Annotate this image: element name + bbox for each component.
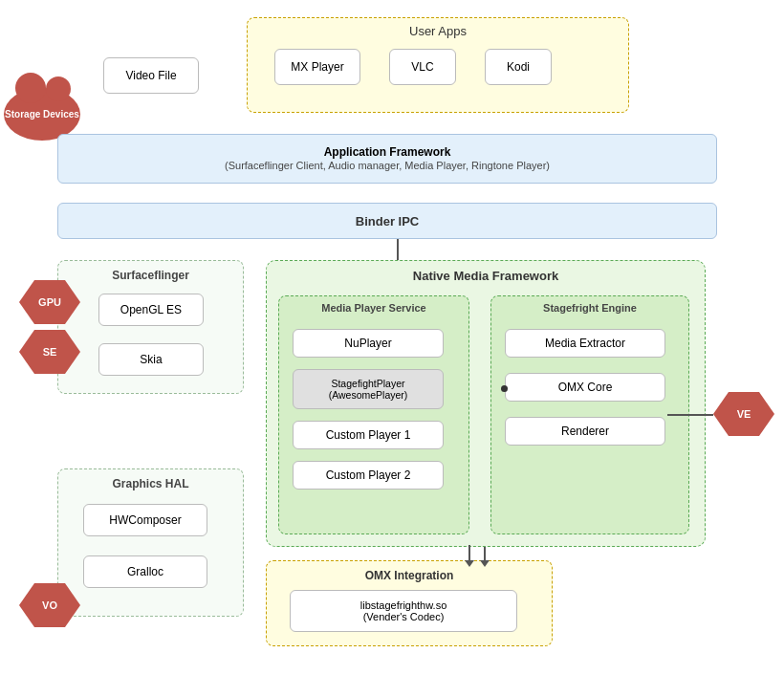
video-file-box: Video File [103,57,199,94]
renderer-label: Renderer [561,425,609,438]
native-media-container: Native Media Framework Media Player Serv… [266,260,706,547]
hwcomposer-box: HWComposer [83,504,207,536]
omx-integration-title: OMX Integration [267,569,552,582]
binder-ipc-label: Binder IPC [356,214,419,229]
app-framework-text: Application Framework (Surfaceflinger Cl… [225,145,550,172]
line-v1 [397,239,399,260]
media-extractor-box: Media Extractor [505,329,665,358]
nuplayer-label: NuPlayer [344,337,391,350]
media-player-service-title: Media Player Service [279,302,468,314]
app-framework-box: Application Framework (Surfaceflinger Cl… [57,134,717,184]
stagefight-player-label: StagefightPlayer (AwesomePlayer) [329,378,408,401]
nuplayer-box: NuPlayer [293,329,444,358]
kodi-label: Kodi [507,60,530,74]
stagefight-player-box: StagefightPlayer (AwesomePlayer) [293,369,444,409]
app-framework-sublabel: (Surfaceflinger Client, Audio manager, M… [225,160,550,171]
libstagefright-label: libstagefrighthw.so (Vender's Codec) [360,599,447,622]
gralloc-label: Gralloc [127,565,163,578]
connector-dot [501,385,508,392]
opengl-es-box: OpenGL ES [98,294,204,326]
diagram-container: Storage Devices Video File User Apps MX … [0,0,784,675]
ve-hex: VE [713,392,774,436]
gralloc-box: Gralloc [83,555,207,588]
omx-integration-container: OMX Integration libstagefrighthw.so (Ven… [266,560,553,646]
se-hex: SE [19,330,80,374]
binder-ipc-box: Binder IPC [57,203,717,239]
omx-core-box: OMX Core [505,373,665,402]
skia-label: Skia [140,353,162,366]
vo-hex: VO [19,583,80,627]
vlc-label: VLC [411,60,433,74]
arrowhead-2 [480,560,490,567]
stagefright-engine-title: Stagefright Engine [491,302,688,314]
video-file-label: Video File [125,69,176,82]
app-framework-label: Application Framework [225,145,550,159]
custom-player-2-label: Custom Player 2 [326,468,411,482]
skia-box: Skia [98,343,204,376]
stagefright-engine-container: Stagefright Engine Media Extractor OMX C… [490,295,689,534]
hwcomposer-label: HWComposer [109,513,181,527]
user-apps-container: User Apps MX Player VLC Kodi [247,17,629,113]
surfaceflinger-container: Surfaceflinger OpenGL ES Skia [57,260,244,394]
omx-core-label: OMX Core [558,381,613,394]
graphics-hal-container: Graphics HAL HWComposer Gralloc [57,468,244,617]
vlc-box: VLC [389,49,456,85]
media-player-service-container: Media Player Service NuPlayer Stagefight… [278,295,469,534]
libstagefright-box: libstagefrighthw.so (Vender's Codec) [290,590,517,632]
media-extractor-label: Media Extractor [545,337,625,350]
custom-player-label-overlay [317,432,495,470]
mx-player-label: MX Player [291,60,343,74]
gpu-hex: GPU [19,280,80,324]
user-apps-title: User Apps [248,24,628,38]
renderer-box: Renderer [505,417,665,446]
graphics-hal-title: Graphics HAL [58,477,243,490]
surfaceflinger-title: Surfaceflinger [58,269,243,282]
arrowhead-1 [465,560,474,567]
mx-player-box: MX Player [274,49,360,85]
native-media-title: Native Media Framework [267,269,705,283]
line-h1 [667,414,713,416]
opengl-es-label: OpenGL ES [120,303,182,316]
kodi-box: Kodi [485,49,552,85]
